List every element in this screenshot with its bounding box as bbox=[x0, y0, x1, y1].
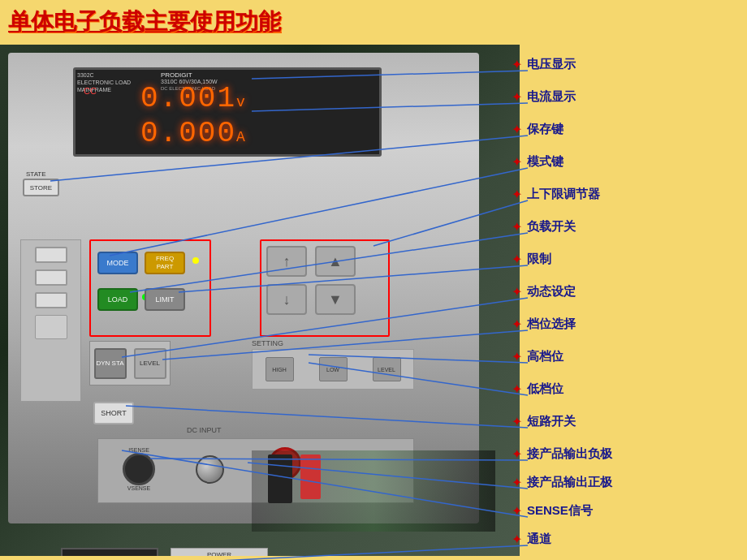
bullet-high-level: ✦ bbox=[512, 349, 522, 364]
setting-btn-3[interactable]: LEVEL bbox=[373, 357, 401, 381]
bullet-voltage: ✦ bbox=[512, 57, 522, 72]
annotation-level-sel: ✦ 档位选择 bbox=[512, 317, 576, 332]
annotation-load-sw: ✦ 负载开关 bbox=[512, 219, 576, 235]
annotation-mode: ✦ 模式键 bbox=[512, 154, 563, 170]
device-body: 3302C ELECTRONIC LOAD MAINFRAME PRODIGIT… bbox=[8, 53, 479, 523]
bullet-sense: ✦ bbox=[512, 503, 522, 519]
bullet-level-sel: ✦ bbox=[512, 317, 522, 332]
bullet-pos-terminal: ✦ bbox=[512, 475, 522, 490]
annotation-voltage: ✦ 电压显示 bbox=[512, 57, 576, 72]
annotation-low-level: ✦ 低档位 bbox=[512, 381, 563, 397]
bullet-limit-adj: ✦ bbox=[512, 187, 522, 202]
bullet-limit: ✦ bbox=[512, 252, 522, 267]
dc-input-label: DC INPUT bbox=[187, 426, 222, 434]
bullet-dynamic: ✦ bbox=[512, 284, 522, 299]
wire-black bbox=[268, 454, 292, 503]
annotation-dynamic: ✦ 动态设定 bbox=[512, 284, 576, 299]
annotation-limit: ✦ 限制 bbox=[512, 252, 551, 267]
setting-btn-1[interactable]: HIGH bbox=[266, 357, 294, 381]
annotation-store: ✦ 保存键 bbox=[512, 122, 563, 137]
left-btn-2[interactable] bbox=[35, 269, 67, 286]
power-section: POWER bbox=[171, 548, 268, 556]
display-digits-top: 0.001v bbox=[140, 82, 247, 115]
red-box-right bbox=[260, 239, 390, 337]
setting-btn-2[interactable]: LOW bbox=[319, 357, 348, 381]
annotation-text-mode: 模式键 bbox=[527, 154, 563, 170]
left-btn-4[interactable] bbox=[35, 315, 67, 339]
annotation-text-dynamic: 动态设定 bbox=[527, 284, 576, 299]
annotation-pos-terminal: ✦ 接产品输出正极 bbox=[512, 475, 612, 490]
wire-area bbox=[252, 450, 495, 532]
display-cc: CC bbox=[84, 86, 97, 96]
annotation-sense: ✦ SENSE信号 bbox=[512, 503, 593, 519]
store-button[interactable]: STORE bbox=[23, 179, 59, 196]
bullet-mode: ✦ bbox=[512, 154, 522, 170]
left-buttons-panel bbox=[20, 239, 81, 402]
left-btn-1[interactable] bbox=[35, 247, 67, 263]
wire-red bbox=[300, 454, 321, 499]
setting-label: SETTING bbox=[252, 339, 283, 347]
annotation-text-limit: 限制 bbox=[527, 252, 551, 267]
dyn-section: DYN STA LEVEL bbox=[89, 341, 171, 386]
bullet-low-level: ✦ bbox=[512, 381, 522, 397]
annotation-text-current: 电流显示 bbox=[527, 89, 576, 105]
page-title: 单体电子负载主要使用功能 bbox=[8, 6, 281, 37]
red-box-left bbox=[89, 239, 211, 337]
annotation-text-level-sel: 档位选择 bbox=[527, 317, 576, 332]
bullet-current: ✦ bbox=[512, 89, 522, 105]
annotation-text-channel: 通道 bbox=[527, 532, 551, 547]
neg-terminal-area: ISENSE VSENSE bbox=[123, 447, 155, 491]
display-panel: 3302C ELECTRONIC LOAD MAINFRAME PRODIGIT… bbox=[73, 67, 382, 157]
annotations-panel: ✦ 电压显示 ✦ 电流显示 ✦ 保存键 ✦ 模式键 ✦ 上下限调节器 ✦ 负载开… bbox=[495, 45, 747, 556]
display-brand: PRODIGIT bbox=[161, 71, 192, 79]
annotation-text-neg-terminal: 接产品输出负极 bbox=[527, 446, 612, 462]
state-label: STATE bbox=[26, 170, 46, 178]
annotation-text-low-level: 低档位 bbox=[527, 381, 563, 397]
annotation-current: ✦ 电流显示 bbox=[512, 89, 576, 105]
annotation-channel: ✦ 通道 bbox=[512, 532, 551, 547]
neg-label-bottom: VSENSE bbox=[127, 485, 150, 491]
display-digits-bottom: 0.000A bbox=[140, 117, 247, 150]
annotation-text-sense: SENSE信号 bbox=[527, 503, 593, 519]
level-button[interactable]: LEVEL bbox=[134, 348, 166, 379]
setting-section: HIGH LOW LEVEL bbox=[252, 349, 414, 390]
bullet-store: ✦ bbox=[512, 122, 522, 137]
neg-label-top: ISENSE bbox=[128, 447, 149, 453]
annotation-text-short-sw: 短路开关 bbox=[527, 414, 576, 429]
annotation-limit-adj: ✦ 上下限调节器 bbox=[512, 187, 600, 202]
channel-display: 02 bbox=[61, 548, 158, 556]
annotation-text-limit-adj: 上下限调节器 bbox=[527, 187, 600, 202]
annotation-text-pos-terminal: 接产品输出正极 bbox=[527, 475, 612, 490]
dyn-button[interactable]: DYN STA bbox=[94, 348, 127, 379]
bullet-neg-terminal: ✦ bbox=[512, 446, 522, 462]
annotation-neg-terminal: ✦ 接产品输出负极 bbox=[512, 446, 612, 462]
short-button[interactable]: SHORT bbox=[93, 402, 134, 424]
bullet-load-sw: ✦ bbox=[512, 219, 522, 235]
neg-terminal bbox=[123, 453, 155, 485]
annotation-text-voltage: 电压显示 bbox=[527, 57, 576, 72]
annotation-high-level: ✦ 高档位 bbox=[512, 349, 563, 364]
device-image: 3302C ELECTRONIC LOAD MAINFRAME PRODIGIT… bbox=[0, 45, 520, 556]
power-label: POWER bbox=[171, 551, 267, 556]
bullet-short-sw: ✦ bbox=[512, 414, 522, 429]
annotation-text-store: 保存键 bbox=[527, 122, 563, 137]
bullet-channel: ✦ bbox=[512, 532, 522, 547]
knob-1[interactable] bbox=[196, 455, 224, 484]
annotation-text-load-sw: 负载开关 bbox=[527, 219, 576, 235]
annotation-text-high-level: 高档位 bbox=[527, 349, 563, 364]
annotation-short-sw: ✦ 短路开关 bbox=[512, 414, 576, 429]
left-btn-3[interactable] bbox=[35, 292, 67, 308]
